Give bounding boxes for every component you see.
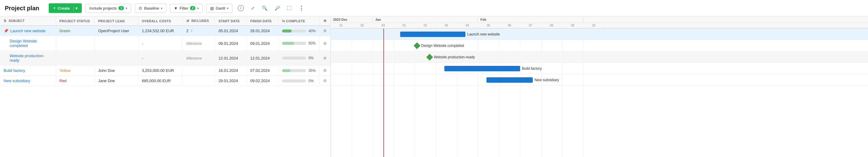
gantt-bar[interactable] (444, 66, 520, 71)
gantt-week-label: 08 (541, 23, 562, 28)
gantt-diamond[interactable] (426, 54, 433, 60)
cell-project-lead (94, 36, 138, 51)
col-settings[interactable]: ⚙ (319, 17, 331, 26)
gantt-month-label: Jan (373, 17, 478, 23)
expand-button[interactable]: ⤢ (249, 4, 256, 12)
gantt-week-label: 04 (457, 23, 478, 28)
col-includes[interactable]: ⇄ Includes (183, 17, 215, 26)
gantt-row: New subsidiary (331, 74, 868, 86)
col-project-status[interactable]: Project Status (56, 17, 94, 26)
toolbar: Project plan + Create ▾ Include projects… (0, 0, 868, 17)
zoom-out-icon: 🔎 (275, 6, 280, 10)
gantt-row: Design Website completed (331, 40, 868, 52)
include-projects-button[interactable]: Include projects 1 ▾ (85, 4, 131, 12)
gantt-grid-line (478, 29, 478, 157)
fullscreen-icon: ⛶ (287, 6, 291, 10)
cell-pct-complete: 40% (278, 26, 319, 36)
row-settings-icon[interactable]: ⚙ (323, 41, 327, 46)
sort-icon: ⇅ (4, 19, 6, 23)
cell-overall-costs: - (138, 36, 183, 51)
gantt-grid-line (352, 29, 352, 157)
cell-start-date: 29.01.2024 (215, 76, 247, 86)
gantt-button[interactable]: ▤ Gantt ▾ (206, 4, 232, 12)
filter-label: Filter (180, 6, 188, 10)
gantt-grid-line (583, 29, 584, 157)
cell-start-date: 05.01.2024 (215, 26, 247, 36)
col-finish-date[interactable]: Finish Date (247, 17, 278, 26)
gantt-months-row: 2023 DecJanFeb (331, 17, 868, 23)
cell-finish-date: 12.01.2024 (247, 51, 278, 66)
milestone-label: Milestone (186, 41, 202, 46)
baseline-icon: ⊙ (138, 6, 142, 10)
fullscreen-button[interactable]: ⛶ (285, 4, 293, 12)
gantt-chart: 2023 DecJanFeb 5152530102030405060708091… (331, 17, 868, 157)
table-header-row: ⇅ Subject Project Status Project Lead Ov… (0, 17, 331, 26)
cell-project-status: Green (56, 26, 94, 36)
col-overall-costs[interactable]: Overall Costs (138, 17, 183, 26)
gantt-bar[interactable] (487, 77, 533, 83)
create-button[interactable]: + Create ▾ (49, 3, 82, 13)
gantt-week-label: 53 (373, 23, 394, 28)
zoom-in-button[interactable]: 🔍 (260, 4, 269, 12)
table-row: New subsidiaryRedJane Doe685,000.00 EUR2… (0, 76, 331, 86)
filter-button[interactable]: ▼ Filter 2 ▾ (170, 4, 203, 12)
cell-subject: Design Website completed (0, 36, 56, 51)
gantt-weeks-row: 51525301020304050607080910 (331, 23, 868, 28)
col-pct-complete[interactable]: % Complete (278, 17, 319, 26)
table-row: Design Website completed-Milestone09.01.… (0, 36, 331, 51)
cell-finish-date: 09.02.2024 (247, 76, 278, 86)
pin-icon: 📌 (4, 29, 8, 33)
baseline-button[interactable]: ⊙ Baseline ▾ (135, 4, 166, 12)
row-settings-icon[interactable]: ⚙ (323, 68, 327, 73)
cell-pct-complete: 50% (278, 36, 319, 51)
more-options-icon: ⋮ (299, 5, 304, 11)
content-area: ⇅ Subject Project Status Project Lead Ov… (0, 17, 868, 157)
cell-pct-complete: 0% (278, 76, 319, 86)
row-settings-icon[interactable]: ⚙ (323, 56, 327, 60)
cell-project-status (56, 36, 94, 51)
gantt-bar-label: New subsidiary (534, 78, 559, 82)
gantt-week-label: 52 (352, 23, 373, 28)
cell-settings: ⚙ (319, 66, 331, 76)
create-dropdown-icon[interactable]: ▾ (73, 6, 78, 10)
cell-project-lead: Jane Doe (94, 76, 138, 86)
cell-pct-complete: 35% (278, 66, 319, 76)
row-settings-icon[interactable]: ⚙ (323, 29, 327, 33)
today-line (383, 29, 384, 157)
cell-start-date: 12.01.2024 (215, 51, 247, 66)
col-start-date[interactable]: Start Date (215, 17, 247, 26)
row-settings-icon[interactable]: ⚙ (323, 78, 327, 83)
gantt-month-label: Feb (478, 17, 583, 23)
subject-text[interactable]: Design Website completed (10, 39, 37, 48)
cell-settings: ⚙ (319, 51, 331, 66)
col-subject[interactable]: ⇅ Subject (0, 17, 56, 26)
cell-settings: ⚙ (319, 36, 331, 51)
page-title: Project plan (5, 5, 39, 12)
cell-project-lead (94, 51, 138, 66)
gantt-header: 2023 DecJanFeb 5152530102030405060708091… (331, 17, 868, 29)
gantt-week-label: 07 (520, 23, 541, 28)
subject-text[interactable]: Launch new website (10, 29, 46, 33)
cell-includes: 2 ⇧ (183, 26, 215, 36)
gantt-week-label: 51 (331, 23, 352, 28)
gantt-week-label: 05 (478, 23, 499, 28)
zoom-in-icon: 🔍 (262, 5, 268, 11)
zoom-out-button[interactable]: 🔎 (273, 4, 282, 12)
subject-text[interactable]: New subsidiary (4, 78, 30, 83)
cell-project-status: Red (56, 76, 94, 86)
gantt-icon: ▤ (210, 6, 214, 10)
gantt-grid-line (499, 29, 499, 157)
col-project-lead[interactable]: Project Lead (94, 17, 138, 26)
cell-includes: Milestone (183, 51, 215, 66)
chevron-up-icon[interactable]: ⇧ (190, 29, 193, 33)
cell-settings: ⚙ (319, 26, 331, 36)
info-icon: i (238, 5, 244, 11)
subject-text[interactable]: Build factory (4, 68, 25, 73)
table-row: 📌Launch new websiteGreenOpenProject User… (0, 26, 331, 36)
info-button[interactable]: i (236, 3, 246, 13)
subject-text[interactable]: Website production-ready (10, 54, 44, 63)
gantt-bar[interactable] (400, 32, 465, 37)
cell-finish-date: 26.01.2024 (247, 26, 278, 36)
milestone-label: Milestone (186, 56, 202, 60)
more-options-button[interactable]: ⋮ (297, 3, 306, 13)
